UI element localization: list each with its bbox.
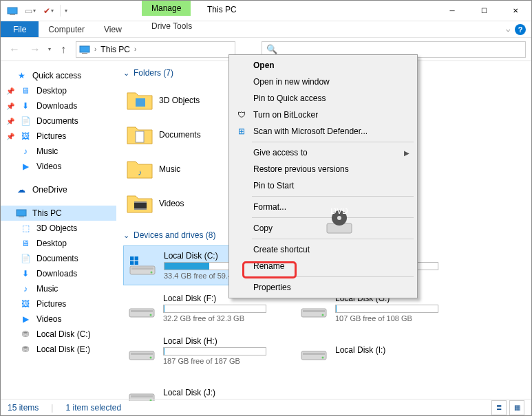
nav-label: Desktop	[36, 239, 67, 248]
qat-more-icon[interactable]: ▾	[60, 5, 72, 17]
nav-music[interactable]: ♪Music	[1, 144, 116, 159]
nav-downloads-pc[interactable]: ⬇Downloads	[1, 266, 116, 281]
ctx-format[interactable]: Format...	[231, 199, 415, 215]
pictures-icon: 🖼	[20, 131, 31, 142]
drive-free: 32.2 GB free of 32.3 GB	[163, 314, 291, 322]
ctx-rename[interactable]: Rename	[231, 258, 415, 274]
file-tab[interactable]: File	[1, 21, 39, 37]
pin-icon: 📌	[6, 87, 14, 95]
address-box[interactable]: › This PC ›	[76, 41, 235, 58]
svg-point-27	[150, 357, 152, 359]
folder-3d[interactable]: 3D Objects	[123, 83, 233, 118]
drive-item[interactable]: Local Disk (J:)	[123, 373, 295, 401]
music-icon: ♪	[20, 146, 31, 157]
desktop-icon: 🖥	[20, 238, 31, 249]
nav-quick-access[interactable]: ★ Quick access	[1, 68, 116, 83]
svg-rect-1	[10, 14, 15, 15]
ctx-bitlocker[interactable]: 🛡Turn on BitLocker	[231, 107, 415, 123]
ctx-create-shortcut[interactable]: Create shortcut	[231, 241, 415, 258]
qat: ▭▾ ✔▾ ▾	[1, 3, 72, 19]
ctx-defender[interactable]: ⊞Scan with Microsoft Defender...	[231, 123, 415, 140]
nav-3d[interactable]: ⬚3D Objects	[1, 221, 116, 236]
pictures-icon: 🖼	[20, 298, 31, 309]
folder-label: Music	[159, 164, 180, 174]
svg-text:♪: ♪	[138, 168, 142, 177]
dvd-drive-icon[interactable]: DVD	[324, 208, 354, 239]
help-icon[interactable]: ?	[515, 24, 526, 35]
svg-point-15	[151, 272, 153, 274]
computer-tab[interactable]: Computer	[39, 21, 94, 37]
folder-documents[interactable]: Documents	[123, 118, 233, 152]
nav-documents[interactable]: 📌📄Documents	[1, 113, 116, 129]
nav-pictures[interactable]: 📌🖼Pictures	[1, 129, 116, 144]
nav-this-pc[interactable]: This PC	[1, 206, 116, 221]
nav-label: 3D Objects	[36, 223, 77, 233]
chevron-right-icon: ▶	[404, 149, 409, 157]
nav-label: Videos	[36, 162, 61, 171]
ctx-copy[interactable]: Copy	[231, 220, 415, 237]
nav-desktop[interactable]: 📌🖥Desktop	[1, 83, 116, 98]
svg-rect-7	[136, 131, 144, 142]
ctx-pin-start[interactable]: Pin to Start	[231, 177, 415, 194]
drive-tools-tab[interactable]: Drive Tools	[142, 21, 202, 31]
back-button[interactable]: ←	[6, 41, 23, 58]
nav-disk-c[interactable]: ⛃Local Disk (C:)	[1, 327, 116, 342]
nav-desktop-pc[interactable]: 🖥Desktop	[1, 236, 116, 251]
status-bar: 15 items | 1 item selected ≣ ▦	[1, 399, 531, 415]
qat-item-check[interactable]: ✔▾	[41, 3, 56, 19]
ctx-restore[interactable]: Restore previous versions	[231, 161, 415, 177]
chevron-icon[interactable]: ›	[134, 45, 136, 53]
nav-videos-pc[interactable]: ▶Videos	[1, 311, 116, 327]
folder-videos[interactable]: Videos	[123, 186, 233, 221]
ctx-give-access[interactable]: Give access to▶	[231, 144, 415, 161]
svg-rect-2	[80, 46, 89, 52]
ctx-open[interactable]: Open	[231, 57, 415, 74]
pc-icon-qat[interactable]	[5, 3, 20, 19]
nav-label: Local Disk (C:)	[36, 329, 91, 339]
up-button[interactable]: ↑	[55, 41, 72, 58]
nav-music-pc[interactable]: ♪Music	[1, 281, 116, 296]
close-button[interactable]: ✕	[500, 1, 531, 21]
maximize-button[interactable]: ☐	[468, 1, 500, 21]
ribbon-expand-icon[interactable]: ⌵	[506, 25, 511, 34]
nav-onedrive[interactable]: ☁OneDrive	[1, 182, 116, 197]
music-icon: ♪	[20, 283, 31, 294]
nav-label: Desktop	[36, 86, 67, 96]
disk-icon	[127, 294, 156, 322]
drive-item[interactable]: Local Disk (H:) 187 GB free of 187 GB	[123, 331, 295, 371]
svg-rect-5	[19, 217, 24, 217]
capacity-bar	[163, 305, 266, 313]
pin-icon: 📌	[6, 118, 14, 125]
videos-icon: ▶	[20, 161, 31, 172]
qat-item[interactable]: ▭▾	[23, 3, 38, 19]
nav-disk-e[interactable]: ⛃Local Disk (E:)	[1, 342, 116, 357]
title-bar: ▭▾ ✔▾ ▾ Manage This PC ─ ☐ ✕	[1, 1, 531, 21]
details-view-button[interactable]: ≣	[491, 400, 507, 415]
pc-icon	[79, 45, 90, 54]
nav-label: OneDrive	[32, 185, 67, 195]
icons-view-button[interactable]: ▦	[509, 400, 524, 415]
forward-button[interactable]: →	[27, 41, 43, 58]
drive-free: 187 GB free of 187 GB	[163, 357, 291, 365]
nav-label: Videos	[36, 314, 61, 324]
svg-rect-26	[131, 353, 153, 355]
svg-rect-3	[82, 53, 87, 54]
nav-documents-pc[interactable]: 📄Documents	[1, 251, 116, 266]
ctx-pin-quick[interactable]: Pin to Quick access	[231, 90, 415, 107]
manage-tab[interactable]: Manage	[142, 0, 191, 16]
history-dropdown-icon[interactable]: ▾	[48, 46, 51, 52]
minimize-button[interactable]: ─	[436, 1, 468, 21]
defender-icon: ⊞	[235, 125, 248, 138]
drive-item[interactable]: Local Disk (I:)	[295, 331, 467, 371]
nav-downloads[interactable]: 📌⬇Downloads	[1, 98, 116, 113]
ctx-open-new[interactable]: Open in new window	[231, 74, 415, 90]
videos-icon: ▶	[20, 314, 31, 325]
nav-pictures-pc[interactable]: 🖼Pictures	[1, 296, 116, 311]
shield-icon: 🛡	[235, 109, 248, 121]
ctx-properties[interactable]: Properties	[231, 279, 415, 296]
nav-label: This PC	[32, 208, 62, 218]
nav-videos[interactable]: ▶Videos	[1, 159, 116, 174]
view-tab[interactable]: View	[94, 21, 131, 37]
address-location: This PC	[100, 45, 130, 54]
folder-music[interactable]: ♪ Music	[123, 152, 233, 186]
